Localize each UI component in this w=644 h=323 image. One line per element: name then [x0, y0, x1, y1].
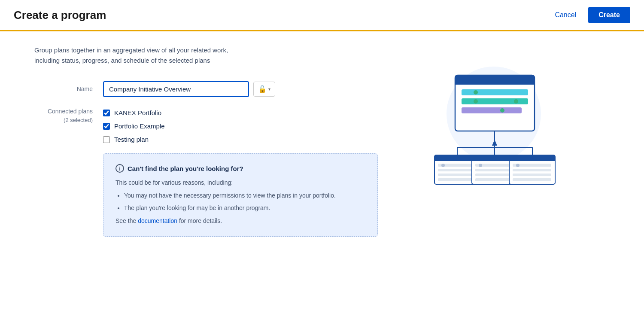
list-item[interactable]: Portfolio Example — [103, 122, 165, 130]
name-row: Name 🔓 ▾ — [34, 81, 378, 97]
svg-point-5 — [474, 90, 478, 94]
info-box-body: This could be for various reasons, inclu… — [115, 178, 365, 226]
info-bullet-1: You may not have the necessary permissio… — [124, 191, 365, 200]
svg-point-8 — [514, 99, 518, 104]
plan1-checkbox[interactable] — [103, 110, 110, 116]
program-diagram-illustration — [412, 54, 558, 200]
svg-rect-22 — [438, 169, 477, 171]
plans-list: KANEX Portfolio Portfolio Example Testin… — [103, 107, 165, 143]
create-button[interactable]: Create — [588, 7, 630, 23]
svg-point-37 — [516, 164, 519, 167]
plan2-label: Portfolio Example — [114, 122, 165, 130]
plan1-label: KANEX Portfolio — [114, 109, 161, 116]
list-item[interactable]: KANEX Portfolio — [103, 109, 165, 116]
svg-rect-30 — [475, 169, 514, 171]
list-item[interactable]: Testing plan — [103, 136, 165, 143]
info-bullet-2: The plan you're looking for may be in an… — [124, 203, 365, 213]
svg-rect-32 — [475, 178, 514, 181]
lock-icon: 🔓 — [258, 85, 267, 93]
info-icon: i — [115, 164, 124, 173]
name-input-wrapper: 🔓 ▾ — [103, 81, 275, 97]
connected-plans-label-group: Connected plans (2 selected) — [34, 107, 103, 123]
svg-rect-9 — [462, 107, 522, 113]
info-intro: This could be for various reasons, inclu… — [115, 178, 365, 187]
svg-point-7 — [474, 99, 478, 104]
svg-rect-39 — [513, 174, 551, 176]
page-header: Create a program Cancel Create — [0, 0, 644, 31]
svg-rect-40 — [513, 178, 551, 181]
chevron-down-icon: ▾ — [268, 87, 270, 91]
header-actions: Cancel Create — [550, 7, 630, 23]
info-box: i Can't find the plan you're looking for… — [103, 153, 378, 237]
svg-rect-24 — [438, 178, 477, 181]
plan3-checkbox[interactable] — [103, 136, 110, 143]
svg-point-10 — [500, 108, 504, 113]
form-area: Group plans together in an aggregated vi… — [34, 45, 378, 237]
svg-rect-35 — [509, 158, 555, 161]
connected-plans-row: Connected plans (2 selected) KANEX Portf… — [34, 107, 378, 143]
plan2-checkbox[interactable] — [103, 123, 110, 130]
svg-point-21 — [441, 164, 445, 167]
svg-rect-23 — [438, 174, 477, 176]
name-input[interactable] — [103, 81, 249, 97]
svg-point-29 — [479, 164, 482, 167]
plan3-label: Testing plan — [114, 136, 149, 143]
documentation-link[interactable]: documentation — [138, 217, 177, 224]
page-title: Create a program — [14, 9, 106, 22]
main-content: Group plans together in an aggregated vi… — [0, 31, 644, 250]
name-label: Name — [34, 81, 103, 92]
lock-dropdown-button[interactable]: 🔓 ▾ — [253, 82, 275, 97]
illustration-area — [404, 45, 567, 237]
svg-rect-4 — [462, 89, 528, 95]
connected-plans-label: Connected plans — [48, 108, 93, 115]
info-bullets: You may not have the necessary permissio… — [124, 191, 365, 213]
connected-plans-sub-label: (2 selected) — [34, 117, 93, 123]
svg-rect-38 — [513, 169, 551, 171]
description-text: Group plans together in an aggregated vi… — [34, 45, 378, 66]
svg-rect-31 — [475, 174, 514, 176]
cancel-button[interactable]: Cancel — [550, 8, 581, 22]
info-box-title: i Can't find the plan you're looking for… — [115, 164, 365, 173]
svg-rect-3 — [455, 81, 535, 85]
info-footer: See the documentation for more details. — [115, 216, 365, 225]
